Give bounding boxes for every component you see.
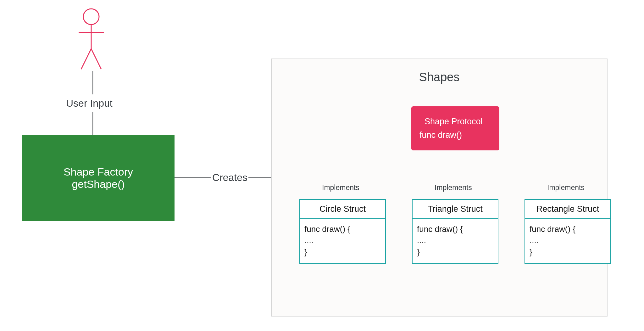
factory-title: Shape Factory bbox=[64, 166, 133, 178]
struct-body: func draw() { .... } bbox=[525, 219, 610, 263]
struct-body: func draw() { .... } bbox=[300, 219, 385, 263]
implements-label: Implements bbox=[435, 183, 472, 192]
implements-label: Implements bbox=[547, 183, 585, 192]
svg-point-6 bbox=[83, 9, 99, 25]
shapes-container-title: Shapes bbox=[272, 70, 607, 84]
factory-pattern-diagram: User Input Shape Factory getShape() Crea… bbox=[0, 0, 644, 331]
protocol-method: func draw() bbox=[419, 130, 462, 140]
circle-struct-box: Circle Struct func draw() { .... } bbox=[299, 199, 386, 264]
svg-line-10 bbox=[91, 49, 101, 69]
creates-label: Creates bbox=[212, 172, 247, 183]
shapes-container: Shapes Shape Protocol func draw() Implem… bbox=[271, 59, 608, 317]
protocol-title: Shape Protocol bbox=[425, 117, 483, 126]
struct-name: Rectangle Struct bbox=[525, 200, 610, 219]
actor-icon bbox=[75, 8, 107, 71]
struct-name: Circle Struct bbox=[300, 200, 385, 219]
rectangle-struct-box: Rectangle Struct func draw() { .... } bbox=[525, 199, 611, 264]
user-input-label: User Input bbox=[66, 98, 113, 109]
factory-method: getShape() bbox=[72, 178, 125, 190]
implements-label: Implements bbox=[322, 183, 359, 192]
shape-factory-box: Shape Factory getShape() bbox=[22, 135, 175, 221]
struct-name: Triangle Struct bbox=[413, 200, 498, 219]
triangle-struct-box: Triangle Struct func draw() { .... } bbox=[412, 199, 498, 264]
svg-line-9 bbox=[81, 49, 91, 69]
struct-body: func draw() { .... } bbox=[413, 219, 498, 263]
shape-protocol-box: Shape Protocol func draw() bbox=[411, 106, 499, 150]
